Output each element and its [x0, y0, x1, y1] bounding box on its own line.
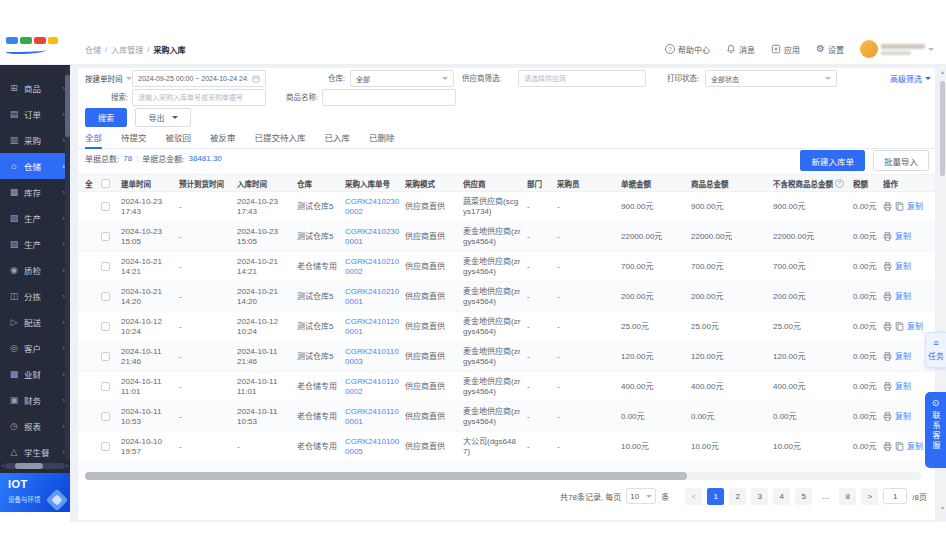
print-icon[interactable] — [883, 322, 892, 331]
row-checkbox[interactable] — [101, 382, 110, 391]
print-icon[interactable] — [883, 412, 892, 421]
info-icon[interactable]: ? — [835, 179, 844, 188]
select-all-checkbox[interactable] — [101, 179, 110, 188]
row-checkbox[interactable] — [101, 292, 110, 301]
tab-1[interactable]: 待提交 — [121, 129, 147, 149]
scroll-right-icon[interactable]: › — [66, 462, 68, 469]
scroll-up-icon[interactable]: ▲ — [939, 69, 946, 75]
time-field-select[interactable]: 按建单时间 — [85, 70, 132, 87]
per-page-select[interactable]: 10 — [626, 488, 656, 504]
tab-3[interactable]: 被反审 — [210, 129, 236, 149]
print-icon[interactable] — [883, 292, 892, 301]
print-icon[interactable] — [883, 202, 892, 211]
iot-banner[interactable]: IOT 设备与环境 — [0, 473, 70, 512]
copy-action-link[interactable]: 复制 — [907, 202, 923, 212]
print-icon[interactable] — [883, 352, 892, 361]
cell-order-no[interactable]: CGRK24102100001 — [345, 282, 405, 311]
row-checkbox[interactable] — [101, 262, 110, 271]
sidebar-hscroll-thumb[interactable] — [15, 463, 43, 469]
cell-order-no[interactable]: CGRK24102300001 — [345, 222, 405, 251]
sidebar-item-purchase[interactable]: ▥采购› — [0, 127, 70, 153]
sidebar-hscrollbar[interactable]: ‹ › — [2, 462, 68, 469]
sidebar-item-finance[interactable]: ▣财务› — [0, 387, 70, 413]
main-vscroll-thumb[interactable] — [940, 81, 945, 176]
print-icon[interactable] — [883, 382, 892, 391]
tab-0[interactable]: 全部 — [85, 129, 102, 149]
cell-order-no[interactable]: CGRK24101100003 — [345, 342, 405, 371]
scroll-left-icon[interactable]: ‹ — [2, 462, 4, 469]
cell-order-no[interactable]: CGRK24101200001 — [345, 312, 405, 341]
apps-button[interactable]: 应用 — [771, 44, 800, 55]
sidebar-scrollbar-thumb[interactable] — [65, 75, 70, 137]
contact-service-button[interactable]: ⊙ 联系客服 — [925, 392, 946, 468]
row-checkbox[interactable] — [101, 412, 110, 421]
row-checkbox[interactable] — [101, 232, 110, 241]
page-button-4[interactable]: 4 — [773, 488, 790, 505]
prev-page-button[interactable]: < — [685, 488, 702, 505]
copy-doc-icon[interactable] — [895, 442, 904, 451]
column-settings-toggle[interactable]: 全 — [85, 175, 101, 191]
table-hscroll-thumb[interactable] — [85, 472, 687, 480]
keyword-input[interactable] — [132, 89, 266, 106]
export-button[interactable]: 导出 — [135, 108, 191, 127]
settings-button[interactable]: ⚙ 设置 — [816, 44, 844, 55]
help-center-button[interactable]: ? 帮助中心 — [665, 44, 710, 55]
page-button-2[interactable]: 2 — [729, 488, 746, 505]
sidebar-item-inventory[interactable]: ▦库存› — [0, 179, 70, 205]
page-jump-input[interactable] — [883, 488, 907, 504]
cell-order-no[interactable]: CGRK24101100002 — [345, 372, 405, 401]
copy-doc-icon[interactable] — [895, 322, 904, 331]
supplier-input[interactable] — [518, 70, 646, 87]
sidebar-item-order[interactable]: ▤订单› — [0, 101, 70, 127]
scroll-down-icon[interactable]: ▼ — [939, 505, 946, 511]
cell-order-no[interactable]: CGRK24102100002 — [345, 252, 405, 281]
warehouse-select[interactable]: 全部 — [350, 70, 454, 87]
page-button-3[interactable]: 3 — [751, 488, 768, 505]
breadcrumb-inbound-mgmt[interactable]: 入库管理 — [111, 44, 143, 55]
tab-2[interactable]: 被驳回 — [166, 129, 192, 149]
copy-action-link[interactable]: 复制 — [907, 442, 923, 452]
sidebar-scrollbar[interactable] — [65, 67, 70, 459]
print-icon[interactable] — [883, 262, 892, 271]
copy-action-link[interactable]: 复制 — [907, 322, 923, 332]
copy-action-link[interactable]: 复制 — [895, 412, 911, 422]
tab-6[interactable]: 已删除 — [369, 129, 395, 149]
copy-doc-icon[interactable] — [895, 202, 904, 211]
product-name-input[interactable] — [322, 89, 456, 106]
task-float-button[interactable]: ≡ 任务 — [925, 332, 946, 368]
cell-order-no[interactable]: CGRK241010 — [345, 462, 405, 472]
cell-order-no[interactable]: CGRK24101100001 — [345, 402, 405, 431]
copy-action-link[interactable]: 复制 — [895, 292, 911, 302]
row-checkbox[interactable] — [101, 322, 110, 331]
next-page-button[interactable]: > — [861, 488, 878, 505]
sidebar-item-warehouse[interactable]: ⌂仓储› — [0, 153, 70, 179]
cell-order-no[interactable]: CGRK24101000005 — [345, 432, 405, 461]
sidebar-item-production-2[interactable]: ▨生产› — [0, 231, 70, 257]
batch-import-button[interactable]: 批量导入 — [873, 150, 929, 171]
sidebar-item-delivery[interactable]: ▷配送› — [0, 309, 70, 335]
search-button[interactable]: 搜索 — [85, 108, 127, 127]
sidebar-item-report[interactable]: ◷报表› — [0, 413, 70, 439]
tab-4[interactable]: 已提交待入库 — [255, 129, 306, 149]
print-icon[interactable] — [883, 232, 892, 241]
row-checkbox[interactable] — [101, 352, 110, 361]
print-icon[interactable] — [883, 442, 892, 451]
copy-action-link[interactable]: 复制 — [895, 352, 911, 362]
sidebar-item-qc[interactable]: ◉质检› — [0, 257, 70, 283]
page-button-5[interactable]: 5 — [795, 488, 812, 505]
copy-action-link[interactable]: 复制 — [895, 232, 911, 242]
create-inbound-button[interactable]: 新建入库单 — [800, 150, 865, 171]
sidebar-item-biz-finance[interactable]: ▩业财› — [0, 361, 70, 387]
messages-button[interactable]: 消息 — [726, 44, 755, 55]
sidebar-item-production-1[interactable]: ▧生产› — [0, 205, 70, 231]
cell-order-no[interactable]: CGRK24102300002 — [345, 192, 405, 221]
copy-action-link[interactable]: 复制 — [895, 382, 911, 392]
copy-action-link[interactable]: 复制 — [895, 262, 911, 272]
user-menu[interactable] — [860, 40, 934, 58]
table-hscrollbar[interactable] — [85, 472, 921, 480]
breadcrumb-warehouse[interactable]: 仓储 — [85, 44, 101, 55]
page-button-1[interactable]: 1 — [707, 488, 724, 505]
print-status-select[interactable]: 全部状态 — [705, 70, 837, 87]
sidebar-item-product[interactable]: ⊞商品› — [0, 75, 70, 101]
tab-5[interactable]: 已入库 — [325, 129, 351, 149]
